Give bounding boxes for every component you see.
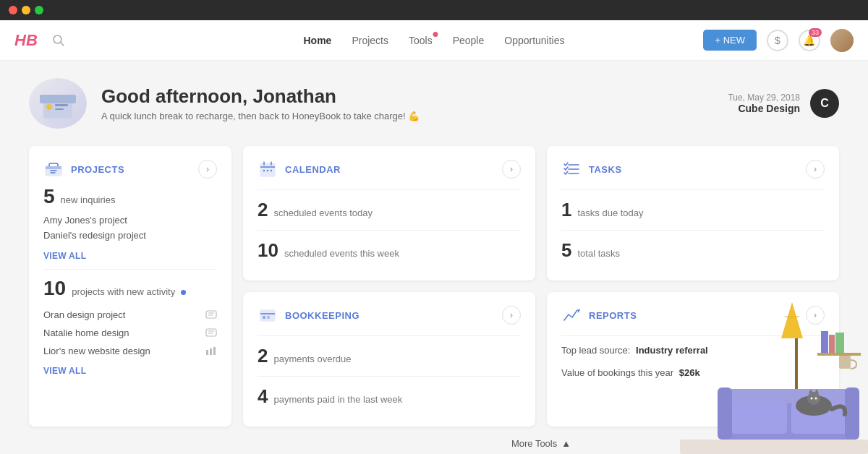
divider xyxy=(258,335,521,336)
svg-rect-4 xyxy=(40,95,76,103)
tasks-title-row: TASKS xyxy=(561,159,622,179)
svg-point-26 xyxy=(267,170,268,171)
greeting-subtitle: A quick lunch break to recharge, then ba… xyxy=(101,111,420,121)
activity-chat-icon xyxy=(205,328,217,338)
bookkeeping-card-header: BOOKKEEPING › xyxy=(258,305,521,325)
header-text: Good afternoon, Jonathan A quick lunch b… xyxy=(101,85,420,121)
billing-icon[interactable]: $ xyxy=(767,30,788,51)
bookkeeping-title: BOOKKEEPING xyxy=(285,310,359,321)
activity-name: Natalie home design xyxy=(43,327,129,338)
calendar-card-header: CALENDAR › xyxy=(258,159,521,179)
notification-badge: 33 xyxy=(809,28,822,37)
tasks-title: TASKS xyxy=(589,164,622,175)
title-bar xyxy=(0,0,868,20)
avatar[interactable] xyxy=(830,29,854,52)
date-label: Tue, May 29, 2018 xyxy=(728,93,800,103)
divider xyxy=(43,269,217,270)
lead-source-label: Top lead source: xyxy=(561,345,630,356)
company-label: Cube Design xyxy=(728,103,800,114)
greeting-heading: Good afternoon, Jonathan xyxy=(101,85,420,108)
divider xyxy=(258,230,521,231)
events-week-count: 10 xyxy=(258,239,278,262)
tasks-due-label: tasks due today xyxy=(577,207,643,218)
more-tools-label: More Tools xyxy=(511,438,557,449)
close-dot[interactable] xyxy=(9,6,17,14)
dashboard-grid: PROJECTS › 5 new inquiries Amy Jones's p… xyxy=(29,146,839,454)
new-button[interactable]: + NEW xyxy=(703,30,757,51)
main-content: Good afternoon, Jonathan A quick lunch b… xyxy=(0,61,868,454)
projects-inquiries-stat: 5 new inquiries xyxy=(43,185,217,208)
events-today-count: 2 xyxy=(258,199,268,221)
tasks-total-count: 5 xyxy=(561,239,571,262)
svg-line-1 xyxy=(60,42,64,46)
reports-card: REPORTS › Top lead source: Industry refe… xyxy=(547,292,839,427)
list-item: Lior's new website design xyxy=(43,342,217,360)
navbar: HB Home Projects Tools People Opportunit… xyxy=(0,20,868,61)
nav-opportunities[interactable]: Opportunities xyxy=(504,35,564,46)
view-all-activity-button[interactable]: VIEW ALL xyxy=(43,366,217,376)
lead-source-value: Industry referral xyxy=(636,345,708,356)
projects-icon xyxy=(43,159,64,179)
inquiries-list: Amy Jones's project Daniel's redesign pr… xyxy=(43,213,217,243)
calendar-chevron-button[interactable]: › xyxy=(502,160,521,179)
activity-name: Oran design project xyxy=(43,309,125,320)
inquiries-label: new inquiries xyxy=(61,194,116,205)
svg-rect-7 xyxy=(55,108,64,110)
bookkeeping-card: BOOKKEEPING › 2 payments overdue 4 payme… xyxy=(243,292,535,427)
search-icon[interactable] xyxy=(52,34,65,47)
activity-name: Lior's new website design xyxy=(43,346,150,356)
divider xyxy=(258,376,521,377)
bookkeeping-chevron-button[interactable]: › xyxy=(502,306,521,325)
svg-rect-19 xyxy=(210,348,212,355)
activity-chart-icon xyxy=(205,346,217,356)
projects-chevron-button[interactable]: › xyxy=(198,160,217,179)
projects-activity-stat: 10 projects with new activity xyxy=(43,277,217,300)
tasks-total-label: total tasks xyxy=(577,248,620,259)
tasks-chevron-button[interactable]: › xyxy=(806,160,825,179)
reports-icon xyxy=(561,305,582,325)
activity-chat-icon xyxy=(205,310,217,320)
avatar-image xyxy=(830,29,854,52)
divider xyxy=(561,230,825,231)
header-date: Tue, May 29, 2018 Cube Design xyxy=(728,93,800,114)
nav-tools[interactable]: Tools xyxy=(409,35,433,46)
calendar-stat-today: 2 scheduled events today xyxy=(258,193,521,227)
company-avatar[interactable]: C xyxy=(810,89,839,118)
minimize-dot[interactable] xyxy=(22,6,30,14)
projects-title-row: PROJECTS xyxy=(43,159,124,179)
bookkeeping-title-row: BOOKKEEPING xyxy=(258,305,359,325)
svg-rect-12 xyxy=(206,311,216,318)
more-tools-section: More Tools ▲ Templates xyxy=(243,438,839,454)
payments-this-week: 4 payments paid in the last week xyxy=(258,380,521,414)
header-illustration xyxy=(29,78,87,129)
projects-title: PROJECTS xyxy=(71,164,124,175)
overdue-count: 2 xyxy=(258,345,268,367)
nav-projects[interactable]: Projects xyxy=(352,35,388,46)
bookings-label: Value of bookings this year xyxy=(561,367,673,378)
navbar-actions: + NEW $ 🔔 33 xyxy=(703,29,854,52)
header-section: Good afternoon, Jonathan A quick lunch b… xyxy=(29,78,839,129)
events-week-label: scheduled events this week xyxy=(284,248,399,259)
maximize-dot[interactable] xyxy=(35,6,43,14)
view-all-inquiries-button[interactable]: VIEW ALL xyxy=(43,251,86,261)
nav-people[interactable]: People xyxy=(453,35,485,46)
calendar-stat-week: 10 scheduled events this week xyxy=(258,234,521,267)
notifications-icon[interactable]: 🔔 33 xyxy=(799,30,820,51)
svg-rect-20 xyxy=(213,347,216,355)
reports-card-header: REPORTS › xyxy=(561,305,825,325)
svg-rect-6 xyxy=(55,104,68,106)
nav-home[interactable]: Home xyxy=(303,35,331,46)
tasks-icon xyxy=(561,159,582,179)
reports-title: REPORTS xyxy=(589,310,637,321)
paid-label: payments paid in the last week xyxy=(273,394,402,405)
reports-chevron-button[interactable]: › xyxy=(806,306,825,325)
list-item: Daniel's redesign project xyxy=(43,228,217,243)
calendar-title-row: CALENDAR xyxy=(258,159,341,179)
svg-rect-33 xyxy=(263,316,265,319)
more-tools-toggle[interactable]: More Tools ▲ xyxy=(511,438,571,449)
activity-label: projects with new activity xyxy=(72,286,175,297)
tasks-due-today: 1 tasks due today xyxy=(561,193,825,227)
payments-overdue: 2 payments overdue xyxy=(258,339,521,373)
calendar-card: CALENDAR › 2 scheduled events today 10 s… xyxy=(243,146,535,280)
tasks-total: 5 total tasks xyxy=(561,234,825,267)
